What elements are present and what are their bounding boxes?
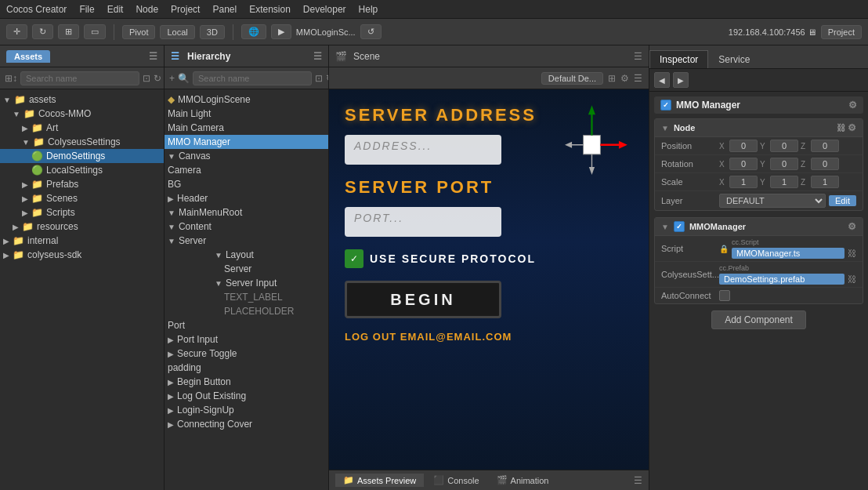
- hier-begin-button[interactable]: ▶ Begin Button: [165, 375, 328, 389]
- refresh-assets-icon[interactable]: ↻: [154, 73, 161, 84]
- node-link-icon[interactable]: ⛓: [837, 123, 845, 132]
- prefab-ref[interactable]: DemoSettings.prefab: [719, 274, 844, 285]
- scene-viewport[interactable]: SERVER ADDRESS ADDRESS... SERVER PORT PO…: [329, 89, 649, 470]
- tree-item-scenes[interactable]: ▶ 📁 Scenes: [0, 191, 164, 205]
- layout-selector[interactable]: Default De...: [541, 72, 603, 85]
- bottom-tab-console[interactable]: ⬛ Console: [425, 474, 486, 487]
- hier-server[interactable]: ▼ Server: [165, 234, 328, 248]
- prefab-link-icon[interactable]: ⛓: [848, 274, 856, 284]
- bottom-tab-assets-preview[interactable]: 📁 Assets Preview: [335, 474, 424, 487]
- node-section-header[interactable]: ▼ Node ⛓ ⚙: [655, 119, 863, 137]
- sort-icon[interactable]: ⊞↕: [5, 73, 17, 84]
- menu-node[interactable]: Node: [136, 4, 158, 15]
- menu-edit[interactable]: Edit: [107, 4, 124, 15]
- node-gear-icon[interactable]: ⚙: [848, 122, 856, 133]
- collapse-icon[interactable]: ⊡: [315, 73, 323, 84]
- bottom-tab-animation[interactable]: 🎬 Animation: [489, 474, 557, 487]
- service-tab[interactable]: Service: [708, 50, 760, 68]
- position-y[interactable]: [770, 140, 798, 152]
- hierarchy-menu-icon[interactable]: ☰: [313, 51, 322, 62]
- scale-y[interactable]: [770, 176, 798, 188]
- scene-toolbar-icon-2[interactable]: ⚙: [620, 73, 629, 84]
- hierarchy-search-input[interactable]: [193, 71, 312, 85]
- world-btn[interactable]: 🌐: [241, 24, 266, 39]
- tree-item-internal[interactable]: ▶ 📁 internal: [0, 234, 164, 248]
- hier-port[interactable]: Port: [165, 318, 328, 332]
- assets-menu-icon[interactable]: ☰: [149, 51, 157, 62]
- tree-item-local-settings[interactable]: 🟢 LocalSettings: [0, 163, 164, 177]
- hier-main-camera[interactable]: Main Camera: [165, 121, 328, 135]
- menu-panel[interactable]: Panel: [212, 4, 237, 15]
- bottom-tabs-menu-icon[interactable]: ☰: [634, 475, 642, 486]
- mmo-manager-enabled-checkbox[interactable]: ✓: [674, 221, 685, 232]
- hier-main-light[interactable]: Main Light: [165, 107, 328, 121]
- section-collapse-arrow[interactable]: ▼: [661, 124, 669, 132]
- script-link-icon[interactable]: ⛓: [848, 249, 856, 258]
- menu-help[interactable]: Help: [359, 4, 378, 15]
- hier-login-signup[interactable]: ▶ Login-SignUp: [165, 403, 328, 417]
- rotation-x[interactable]: [729, 158, 758, 170]
- hier-padding[interactable]: padding: [165, 361, 328, 375]
- hier-logout-existing[interactable]: ▶ Log Out Existing: [165, 389, 328, 403]
- rect-btn[interactable]: ▭: [84, 24, 106, 39]
- project-btn[interactable]: Project: [821, 25, 862, 39]
- tree-item-cocos-mmo[interactable]: ▼ 📁 Cocos-MMO: [0, 107, 164, 121]
- tree-item-resources[interactable]: ▶ 📁 resources: [0, 220, 164, 234]
- script-ref[interactable]: MMOManager.ts: [732, 248, 844, 259]
- local-btn[interactable]: Local: [160, 25, 194, 39]
- position-x[interactable]: [729, 140, 758, 152]
- layer-edit-btn[interactable]: Edit: [829, 195, 856, 206]
- hier-port-input[interactable]: ▶ Port Input: [165, 332, 328, 347]
- tree-item-demo-settings[interactable]: 🟢 DemoSettings: [0, 149, 164, 163]
- hier-layout[interactable]: ▼ Layout: [165, 248, 328, 262]
- scene-toolbar-icon-3[interactable]: ☰: [634, 73, 642, 84]
- hier-text-label[interactable]: TEXT_LABEL: [165, 290, 328, 304]
- rotation-y[interactable]: [770, 158, 798, 170]
- hier-mmo-manager[interactable]: MMO Manager: [165, 135, 328, 149]
- section-collapse-arrow[interactable]: ▼: [661, 223, 669, 231]
- scale-z[interactable]: [811, 176, 839, 188]
- search-icon[interactable]: 🔍: [178, 73, 190, 84]
- inspector-tab[interactable]: Inspector: [649, 50, 708, 68]
- tree-item-art[interactable]: ▶ 📁 Art: [0, 121, 164, 135]
- menu-cocos-creator[interactable]: Cocos Creator: [6, 4, 67, 15]
- tree-item-prefabs[interactable]: ▶ 📁 Prefabs: [0, 177, 164, 191]
- assets-search-input[interactable]: [20, 71, 139, 85]
- move-tool-btn[interactable]: ✛: [6, 24, 27, 39]
- hier-placeholder[interactable]: PLACEHOLDER: [165, 304, 328, 318]
- hier-canvas[interactable]: ▼ Canvas: [165, 149, 328, 163]
- menu-extension[interactable]: Extension: [249, 4, 291, 15]
- refresh-btn[interactable]: ↻: [32, 24, 53, 39]
- nav-forward-btn[interactable]: ▶: [673, 72, 689, 88]
- tree-item-scripts[interactable]: ▶ 📁 Scripts: [0, 205, 164, 220]
- hier-camera[interactable]: Camera: [165, 163, 328, 177]
- nav-back-btn[interactable]: ◀: [654, 72, 670, 88]
- scene-tab-label[interactable]: Scene: [353, 51, 380, 62]
- node-enabled-checkbox[interactable]: ✓: [660, 100, 671, 111]
- hier-content[interactable]: ▼ Content: [165, 220, 328, 234]
- layer-dropdown[interactable]: DEFAULT: [719, 194, 826, 208]
- tree-item-assets[interactable]: ▼ 📁 assets: [0, 93, 164, 107]
- assets-tab[interactable]: Assets: [6, 50, 50, 63]
- scale-x[interactable]: [729, 176, 758, 188]
- autoconnect-checkbox[interactable]: [719, 290, 730, 301]
- position-z[interactable]: [811, 140, 839, 152]
- hier-header[interactable]: ▶ Header: [165, 191, 328, 205]
- menu-project[interactable]: Project: [171, 4, 200, 15]
- hier-server-input[interactable]: ▼ Server Input: [165, 276, 328, 290]
- scene-toolbar-icon-1[interactable]: ⊞: [608, 73, 616, 84]
- pivot-btn[interactable]: Pivot: [122, 25, 155, 39]
- tree-item-colyseus-settings[interactable]: ▼ 📁 ColyseusSettings: [0, 135, 164, 149]
- rotation-z[interactable]: [811, 158, 839, 170]
- mmo-manager-section-header[interactable]: ▼ ✓ MMOManager ⚙: [655, 218, 863, 236]
- play-btn[interactable]: ▶: [271, 24, 291, 39]
- menu-developer[interactable]: Developer: [303, 4, 346, 15]
- add-component-btn[interactable]: Add Component: [711, 310, 806, 329]
- 3d-btn[interactable]: 3D: [200, 25, 225, 39]
- filter-icon[interactable]: ⊡: [143, 73, 150, 84]
- node-settings-icon[interactable]: ⚙: [848, 100, 857, 111]
- menu-file[interactable]: File: [79, 4, 94, 15]
- tree-item-colyseus-sdk[interactable]: ▶ 📁 colyseus-sdk: [0, 248, 164, 262]
- scene-menu-icon[interactable]: ☰: [634, 51, 642, 62]
- add-node-icon[interactable]: +: [169, 73, 175, 84]
